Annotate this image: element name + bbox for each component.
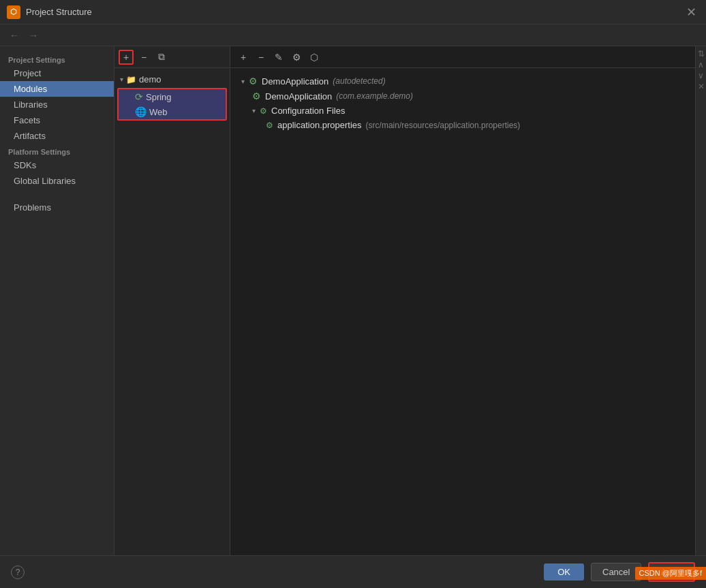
main-container: Project Settings Project Modules Librari… — [0, 46, 706, 555]
content-item-demo-app-class[interactable]: ⚙ DemoApplication (com.example.demo) — [239, 89, 687, 104]
tree-item-web[interactable]: 🌐 Web — [119, 104, 226, 119]
content-settings-button[interactable]: ⚙ — [289, 50, 304, 65]
cancel-button[interactable]: Cancel — [591, 563, 641, 581]
config-files-name: Configuration Files — [271, 106, 345, 116]
content-item-demo-app[interactable]: ▾ ⚙ DemoApplication (autodetected) — [239, 74, 687, 89]
content-item-config-files[interactable]: ▾ ⚙ Configuration Files — [239, 104, 687, 118]
content-more-button[interactable]: ⬡ — [307, 50, 322, 65]
tree-item-spring-label: Spring — [146, 92, 172, 102]
content-item-app-properties[interactable]: ⚙ application.properties (src/main/resou… — [239, 118, 687, 132]
web-icon: 🌐 — [135, 106, 147, 117]
right-scrollbar: ⇅ ∧ ∨ ✕ — [695, 46, 706, 555]
close-button[interactable]: ✕ — [684, 5, 699, 20]
app-icon: ⬡ — [7, 5, 20, 19]
scroll-down-button[interactable]: ∨ — [698, 71, 704, 80]
sidebar-item-project[interactable]: Project — [0, 65, 114, 81]
project-settings-label: Project Settings — [0, 52, 114, 65]
sidebar: Project Settings Project Modules Librari… — [0, 46, 114, 555]
sidebar-item-modules[interactable]: Modules — [0, 81, 114, 97]
sidebar-item-sdks[interactable]: SDKs — [0, 157, 114, 173]
platform-settings-label: Platform Settings — [0, 144, 114, 157]
title-bar-left: ⬡ Project Structure — [7, 5, 92, 19]
forward-button[interactable]: → — [26, 29, 41, 42]
help-button[interactable]: ? — [11, 566, 25, 579]
sort-icon[interactable]: ⇅ — [698, 49, 705, 59]
content-remove-button[interactable]: − — [254, 50, 268, 65]
content-panel: + − ✎ ⚙ ⬡ ▾ ⚙ DemoApplication (autodetec… — [230, 46, 695, 555]
demo-app-class-meta: (com.example.demo) — [336, 91, 413, 101]
module-tree: ▾ 📁 demo ⟳ Spring 🌐 Web — [114, 68, 230, 555]
module-panel: + − ⧉ ▾ 📁 demo ⟳ Spring 🌐 We — [114, 46, 230, 555]
demo-app-meta: (autodetected) — [333, 76, 385, 86]
sidebar-item-global-libraries[interactable]: Global Libraries — [0, 173, 114, 189]
tree-item-demo[interactable]: ▾ 📁 demo — [114, 72, 230, 87]
content-toolbar: + − ✎ ⚙ ⬡ — [230, 46, 695, 68]
config-icon: ⚙ — [260, 106, 267, 116]
title-bar: ⬡ Project Structure ✕ — [0, 0, 706, 25]
sidebar-item-artifacts[interactable]: Artifacts — [0, 128, 114, 144]
demo-app-chevron: ▾ — [241, 78, 245, 85]
demo-app-name: DemoApplication — [262, 76, 328, 87]
ok-button[interactable]: OK — [544, 563, 584, 581]
copy-module-button[interactable]: ⧉ — [154, 50, 169, 65]
demo-app-class-icon: ⚙ — [252, 91, 261, 102]
content-add-button[interactable]: + — [236, 50, 251, 65]
content-edit-button[interactable]: ✎ — [271, 50, 286, 65]
scroll-up-button[interactable]: ∧ — [698, 60, 704, 69]
tree-item-spring[interactable]: ⟳ Spring — [119, 89, 226, 104]
nav-bar: ← → — [0, 25, 706, 46]
collapse-icon[interactable]: ✕ — [698, 82, 705, 91]
content-tree: ▾ ⚙ DemoApplication (autodetected) ⚙ Dem… — [230, 68, 695, 555]
demo-app-icon: ⚙ — [249, 76, 258, 87]
sidebar-item-libraries[interactable]: Libraries — [0, 97, 114, 112]
demo-app-class-name: DemoApplication — [265, 91, 332, 102]
sidebar-item-problems[interactable]: Problems — [0, 200, 114, 215]
watermark: CSDN @阿里嘎多f — [635, 567, 706, 580]
spring-web-group: ⟳ Spring 🌐 Web — [117, 88, 227, 121]
folder-icon: 📁 — [126, 75, 136, 84]
app-properties-name: application.properties — [277, 120, 362, 130]
spring-icon: ⟳ — [135, 91, 143, 102]
bottom-bar: ? OK Cancel Apply — [0, 555, 706, 588]
window-title: Project Structure — [26, 7, 92, 17]
props-icon: ⚙ — [266, 121, 273, 130]
sidebar-item-facets[interactable]: Facets — [0, 112, 114, 128]
demo-chevron: ▾ — [120, 76, 123, 83]
remove-module-button[interactable]: − — [136, 50, 151, 65]
tree-item-web-label: Web — [149, 107, 168, 117]
config-chevron: ▾ — [252, 107, 256, 114]
tree-item-demo-label: demo — [139, 74, 162, 84]
module-toolbar: + − ⧉ — [114, 46, 230, 68]
add-module-button[interactable]: + — [119, 50, 134, 65]
app-properties-path: (src/main/resources/application.properti… — [366, 121, 521, 130]
back-button[interactable]: ← — [7, 29, 22, 42]
bottom-left: ? — [11, 566, 25, 579]
